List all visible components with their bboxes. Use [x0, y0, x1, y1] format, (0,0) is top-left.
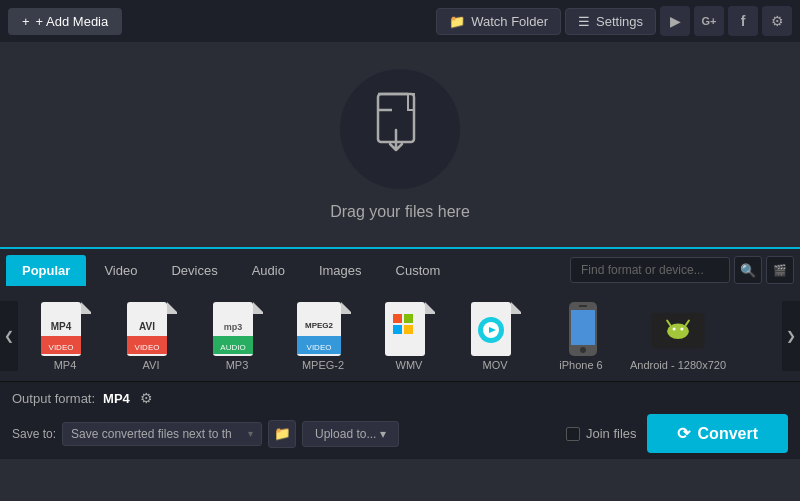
svg-text:MP4: MP4	[51, 321, 72, 332]
facebook-button[interactable]: f	[728, 6, 758, 36]
tab-audio[interactable]: Audio	[236, 255, 301, 286]
output-settings-gear-button[interactable]: ⚙	[138, 388, 155, 408]
format-icon-mov	[467, 301, 523, 357]
youtube-button[interactable]: ▶	[660, 6, 690, 36]
format-item-android[interactable]: Android - 1280x720	[626, 297, 730, 375]
add-media-button[interactable]: + + Add Media	[8, 8, 122, 35]
settings-button[interactable]: ☰ Settings	[565, 8, 656, 35]
tab-video[interactable]: Video	[88, 255, 153, 286]
svg-text:AUDIO: AUDIO	[220, 343, 245, 352]
nav-arrow-left[interactable]: ❮	[0, 301, 18, 371]
tab-images[interactable]: Images	[303, 255, 378, 286]
convert-label: Convert	[698, 425, 758, 443]
format-item-label-mp3: MP3	[226, 359, 249, 371]
format-search-input[interactable]	[570, 257, 730, 283]
facebook-icon: f	[741, 13, 746, 29]
youtube-icon: ▶	[670, 13, 681, 29]
camera-icon: 🎬	[773, 264, 787, 277]
format-item-mp4[interactable]: MP4 VIDEO MP4	[24, 297, 106, 375]
watch-folder-icon: 📁	[449, 14, 465, 29]
svg-point-36	[580, 347, 586, 353]
svg-rect-28	[404, 325, 413, 334]
format-item-label-mpeg2: MPEG-2	[302, 359, 344, 371]
format-item-mpeg2[interactable]: MPEG2 VIDEO MPEG-2	[282, 297, 364, 375]
watch-folder-label: Watch Folder	[471, 14, 548, 29]
join-files-container: Join files	[566, 426, 637, 441]
browse-folder-button[interactable]: 📁	[268, 420, 296, 448]
watch-folder-button[interactable]: 📁 Watch Folder	[436, 8, 561, 35]
gear-button[interactable]: ⚙	[762, 6, 792, 36]
svg-marker-30	[511, 302, 521, 314]
format-icon-mpeg2: MPEG2 VIDEO	[295, 301, 351, 357]
svg-point-40	[673, 327, 676, 330]
format-section: Popular Video Devices Audio Images Custo…	[0, 247, 800, 381]
svg-text:MPEG2: MPEG2	[305, 321, 334, 330]
toolbar-right: 📁 Watch Folder ☰ Settings ▶ G+ f ⚙	[436, 6, 792, 36]
settings-icon: ☰	[578, 14, 590, 29]
plus-icon: +	[22, 14, 30, 29]
svg-text:AVI: AVI	[139, 321, 155, 332]
format-list-container: ❮ MP4 VIDEO MP4	[0, 291, 800, 381]
googleplus-icon: G+	[702, 15, 717, 27]
upload-label: Upload to...	[315, 427, 376, 441]
svg-marker-4	[81, 302, 91, 314]
format-icon-wmv	[381, 301, 437, 357]
bottom-row2: Save to: Save converted files next to th…	[12, 414, 788, 453]
save-path-selector[interactable]: Save converted files next to the o... ▾	[62, 422, 262, 446]
join-files-checkbox[interactable]	[566, 427, 580, 441]
arrow-left-icon: ❮	[4, 329, 14, 343]
drag-text: Drag your files here	[330, 203, 470, 221]
svg-rect-26	[404, 314, 413, 323]
bottom-bar: Output format: MP4 ⚙ Save to: Save conve…	[0, 381, 800, 459]
format-item-mp3[interactable]: mp3 AUDIO MP3	[196, 297, 278, 375]
format-item-label-mp4: MP4	[54, 359, 77, 371]
googleplus-button[interactable]: G+	[694, 6, 724, 36]
save-to-label: Save to:	[12, 427, 56, 441]
format-icon-mp4: MP4 VIDEO	[37, 301, 93, 357]
svg-marker-24	[425, 302, 435, 314]
convert-button[interactable]: ⟳ Convert	[647, 414, 788, 453]
svg-marker-9	[167, 302, 177, 314]
tab-custom[interactable]: Custom	[380, 255, 457, 286]
format-item-iphone6[interactable]: iPhone 6	[540, 297, 622, 375]
toolbar: + + Add Media 📁 Watch Folder ☰ Settings …	[0, 0, 800, 42]
save-path-chevron: ▾	[248, 428, 253, 439]
drag-icon	[370, 92, 430, 166]
drag-circle	[340, 69, 460, 189]
svg-text:VIDEO: VIDEO	[307, 343, 332, 352]
gear-icon: ⚙	[771, 13, 784, 29]
camera-button[interactable]: 🎬	[766, 256, 794, 284]
drag-area[interactable]: Drag your files here	[0, 42, 800, 247]
format-tabs: Popular Video Devices Audio Images Custo…	[0, 249, 800, 291]
output-format-value: MP4	[103, 391, 130, 406]
svg-marker-19	[341, 302, 351, 314]
svg-rect-35	[571, 310, 595, 345]
format-item-label-mov: MOV	[482, 359, 507, 371]
format-icon-iphone6	[553, 301, 609, 357]
format-search: 🔍 🎬	[570, 256, 794, 284]
folder-icon: 📁	[274, 426, 291, 441]
format-item-label-avi: AVI	[143, 359, 160, 371]
svg-marker-14	[253, 302, 263, 314]
save-path-text: Save converted files next to the o...	[71, 427, 231, 441]
add-media-label: + Add Media	[36, 14, 109, 29]
format-item-label-wmv: WMV	[396, 359, 423, 371]
upload-chevron-icon: ▾	[380, 427, 386, 441]
settings-label: Settings	[596, 14, 643, 29]
arrow-right-icon: ❯	[786, 329, 796, 343]
output-format-label: Output format:	[12, 391, 95, 406]
format-list: MP4 VIDEO MP4 AVI VIDEO AVI	[18, 291, 782, 381]
format-item-wmv[interactable]: WMV	[368, 297, 450, 375]
nav-arrow-right[interactable]: ❯	[782, 301, 800, 371]
svg-text:VIDEO: VIDEO	[135, 343, 160, 352]
upload-button[interactable]: Upload to... ▾	[302, 421, 399, 447]
search-button[interactable]: 🔍	[734, 256, 762, 284]
format-item-avi[interactable]: AVI VIDEO AVI	[110, 297, 192, 375]
tab-devices[interactable]: Devices	[155, 255, 233, 286]
output-gear-icon: ⚙	[140, 390, 153, 406]
format-icon-android	[650, 301, 706, 357]
format-item-mov[interactable]: MOV	[454, 297, 536, 375]
format-icon-avi: AVI VIDEO	[123, 301, 179, 357]
svg-rect-25	[393, 314, 402, 323]
tab-popular[interactable]: Popular	[6, 255, 86, 286]
